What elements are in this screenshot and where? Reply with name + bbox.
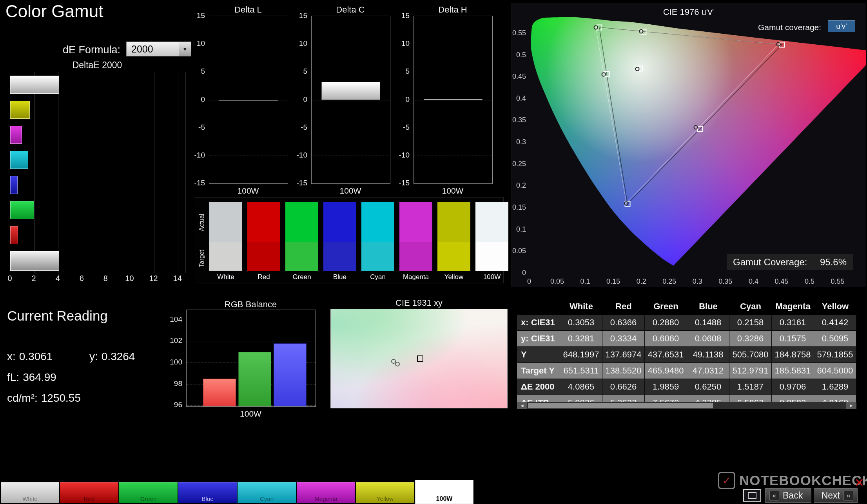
swatch-label: 100W [475,271,508,281]
table-cell: 0.1488 [687,315,729,330]
table-cell: 185.5831 [772,363,814,379]
cie-1931-title: CIE 1931 xy [330,298,508,308]
gridline [187,320,316,320]
swatch-column-red: Red [247,202,280,281]
deltae-bar-cyan [10,151,28,169]
next-button-label: Next [822,490,840,501]
measured-marker-green [594,25,598,29]
table-cell: 5.2622 [602,395,645,402]
next-button[interactable]: Next » [814,488,858,503]
gridline [82,72,82,273]
tab-red[interactable]: Red [60,482,118,503]
scroll-left-arrow-icon[interactable]: ◄ [517,402,527,409]
y-tick-label: 0 [201,95,205,104]
table-scrollbar[interactable]: ◄ ► [517,402,856,409]
x-label: x: [7,350,16,363]
x-tick-label: 12 [149,274,158,283]
table-cell: 0.3053 [560,315,602,330]
table-cell: 0.1575 [772,331,814,346]
measured-marker [395,362,400,366]
deltae-bar-white [10,76,59,94]
y-value: 0.3264 [102,350,135,363]
y-tick-label: -5 [301,123,307,132]
cie-1976-markers [512,3,865,287]
table-cell: 604.5000 [814,363,856,379]
gamut-coverage-label: Gamut Coverage: [733,257,807,268]
tab-magenta[interactable]: Magenta [297,482,355,503]
y-tick-label: -15 [399,179,410,187]
scrollbar-thumb[interactable] [528,403,713,408]
tab-label: Cyan [238,495,296,502]
tab-100w[interactable]: 100W [415,480,473,504]
swatch-column-magenta: Magenta [399,202,432,281]
swatch-column-blue: Blue [323,202,356,281]
row-label: x: CIE31 [517,315,560,330]
window-layout-icon-inner [748,492,756,499]
x-tick-label: 10 [125,274,134,283]
rgb-balance-chart [186,310,316,407]
gridline [209,128,288,128]
swatch-actual [361,202,394,242]
swatch-label: Cyan [361,271,394,281]
swatch-label: Green [285,271,318,281]
gridline [312,128,390,128]
delta-h-x-label: 100W [414,186,492,196]
table-body: x: CIE310.30530.63660.28800.14880.21580.… [517,315,856,402]
deltae-bar-blue [10,176,18,194]
target-marker [417,355,423,362]
y-tick-label: 98 [174,379,182,388]
swatch-comparison-panel: Actual Target WhiteRedGreenBlueCyanMagen… [195,197,504,283]
y-tick-label: 0 [303,95,307,104]
tab-green[interactable]: Green [119,482,178,503]
table-cell: 0.6250 [687,379,729,395]
delta-l-chart [209,16,288,184]
gridline [187,341,316,341]
row-label: Target Y [517,363,560,379]
tab-yellow[interactable]: Yellow [356,482,414,503]
y-tick-label: 5 [303,67,307,76]
deltae-bar-magenta [10,126,22,144]
column-header: White [560,299,602,314]
swatch-target [475,242,508,271]
y-tick-label: -10 [297,151,307,160]
measured-marker-magenta [694,125,698,130]
y-tick-label: 10 [401,39,410,48]
notebookcheck-logo-text: NOTEBOOKCHECK [739,473,867,488]
table-cell: 651.5311 [560,363,602,379]
gridline [414,156,492,156]
scrollbar-track[interactable] [527,402,846,409]
y-tick-label: 100 [170,358,182,366]
target-row-label: Target [198,243,205,274]
delta-h-chart [414,16,493,184]
table-cell: 138.5520 [602,363,645,379]
tab-white[interactable]: White [1,482,59,503]
table-row: ΔE 20004.08650.66261.98590.62501.51870.9… [517,379,856,395]
table-row: Y648.1997137.6974437.653149.1138505.7080… [517,347,856,363]
window-layout-icon[interactable] [743,489,761,502]
next-chevron-icon: » [843,491,853,500]
table-cell: 0.2880 [645,315,687,330]
delta-l-title: Delta L [209,5,287,15]
table-cell: 0.3281 [560,331,602,346]
measured-marker-blue [624,201,629,205]
de-formula-dropdown[interactable]: 2000 ▼ [126,42,191,56]
cdm2-value: 1250.55 [41,392,81,404]
column-header: Blue [687,299,729,314]
gridline [106,72,106,273]
tab-cyan[interactable]: Cyan [238,482,296,503]
y-tick-label: 0 [405,95,410,104]
scroll-right-arrow-icon[interactable]: ► [846,402,856,409]
table-cell: 0.3286 [729,331,772,346]
table-cell: 0.6626 [602,379,645,395]
table-row: x: CIE310.30530.63660.28800.14880.21580.… [517,315,856,331]
tab-label: Yellow [356,495,414,502]
swatch-actual [323,202,356,242]
tab-blue[interactable]: Blue [178,482,237,503]
back-button[interactable]: « Back [765,488,811,503]
table-cell: 1.5187 [729,379,772,395]
tab-label: Blue [178,495,237,502]
swatch-label: Red [247,271,280,281]
x-tick-label: 14 [173,274,182,283]
table-cell: 0.5095 [814,331,856,346]
close-icon[interactable]: ✕ [854,476,864,489]
